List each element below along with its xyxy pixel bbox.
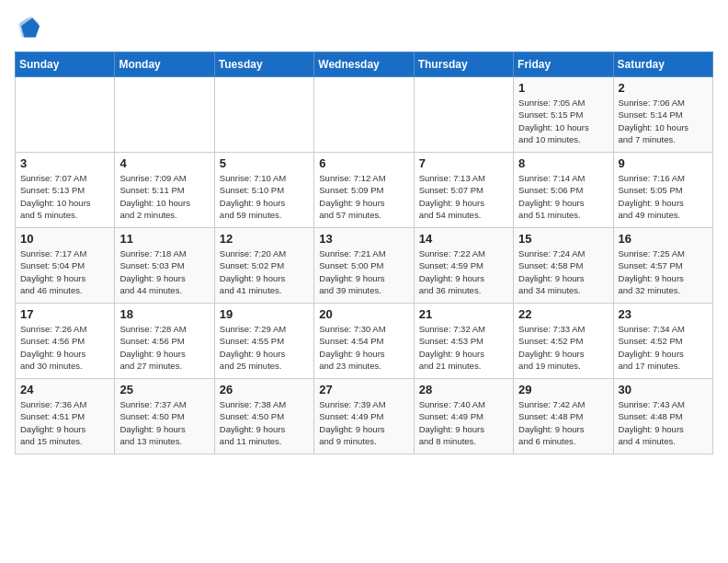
day-number: 19 [220,307,309,321]
day-number: 21 [419,307,508,321]
day-number: 15 [518,232,608,246]
day-number: 8 [518,156,608,170]
day-info: Sunrise: 7:05 AM Sunset: 5:15 PM Dayligh… [518,97,608,145]
day-info: Sunrise: 7:16 AM Sunset: 5:05 PM Dayligh… [619,172,708,221]
day-info: Sunrise: 7:25 AM Sunset: 4:57 PM Dayligh… [619,247,708,296]
day-number: 20 [319,307,408,321]
calendar-cell: 6Sunrise: 7:12 AM Sunset: 5:09 PM Daylig… [314,153,414,228]
day-info: Sunrise: 7:18 AM Sunset: 5:03 PM Dayligh… [119,247,209,296]
day-info: Sunrise: 7:09 AM Sunset: 5:11 PM Dayligh… [119,172,209,221]
day-number: 23 [619,307,708,321]
calendar-cell: 26Sunrise: 7:38 AM Sunset: 4:50 PM Dayli… [214,379,313,454]
calendar-cell: 23Sunrise: 7:34 AM Sunset: 4:52 PM Dayli… [613,304,712,379]
day-number: 27 [319,383,408,396]
calendar-cell: 29Sunrise: 7:42 AM Sunset: 4:48 PM Dayli… [514,379,613,454]
day-number: 13 [319,232,408,246]
day-info: Sunrise: 7:07 AM Sunset: 5:13 PM Dayligh… [20,172,109,221]
header [15,15,713,40]
calendar-cell [214,77,313,153]
day-info: Sunrise: 7:39 AM Sunset: 4:49 PM Dayligh… [319,398,408,447]
day-number: 14 [419,232,508,246]
day-number: 29 [518,383,608,396]
calendar-week-1: 1Sunrise: 7:05 AM Sunset: 5:15 PM Daylig… [16,77,713,153]
weekday-header-monday: Monday [115,52,214,77]
calendar-table: SundayMondayTuesdayWednesdayThursdayFrid… [15,52,713,454]
weekday-header-thursday: Thursday [414,52,513,77]
day-info: Sunrise: 7:37 AM Sunset: 4:50 PM Dayligh… [119,398,209,447]
day-number: 24 [20,383,109,396]
calendar-cell: 24Sunrise: 7:36 AM Sunset: 4:51 PM Dayli… [16,379,115,454]
day-info: Sunrise: 7:43 AM Sunset: 4:48 PM Dayligh… [619,398,708,447]
calendar-cell: 12Sunrise: 7:20 AM Sunset: 5:02 PM Dayli… [214,228,313,304]
calendar-cell [414,77,513,153]
day-number: 3 [20,156,109,170]
logo-icon [15,15,40,40]
calendar-cell [16,77,115,153]
calendar-cell: 10Sunrise: 7:17 AM Sunset: 5:04 PM Dayli… [16,228,115,304]
day-number: 17 [20,307,109,321]
calendar-cell: 4Sunrise: 7:09 AM Sunset: 5:11 PM Daylig… [115,153,214,228]
day-info: Sunrise: 7:22 AM Sunset: 4:59 PM Dayligh… [419,247,508,296]
day-number: 7 [419,156,508,170]
calendar-cell: 5Sunrise: 7:10 AM Sunset: 5:10 PM Daylig… [214,153,313,228]
weekday-header-sunday: Sunday [16,52,115,77]
calendar-cell: 18Sunrise: 7:28 AM Sunset: 4:56 PM Dayli… [115,304,214,379]
calendar-header: SundayMondayTuesdayWednesdayThursdayFrid… [16,52,713,77]
weekday-header-saturday: Saturday [613,52,712,77]
day-info: Sunrise: 7:42 AM Sunset: 4:48 PM Dayligh… [518,398,608,447]
calendar-cell: 8Sunrise: 7:14 AM Sunset: 5:06 PM Daylig… [514,153,613,228]
day-number: 16 [619,232,708,246]
calendar-cell: 30Sunrise: 7:43 AM Sunset: 4:48 PM Dayli… [613,379,712,454]
logo [15,15,42,40]
day-info: Sunrise: 7:29 AM Sunset: 4:55 PM Dayligh… [220,323,309,372]
calendar-cell: 25Sunrise: 7:37 AM Sunset: 4:50 PM Dayli… [115,379,214,454]
weekday-header-wednesday: Wednesday [314,52,414,77]
day-number: 1 [518,81,608,95]
day-info: Sunrise: 7:40 AM Sunset: 4:49 PM Dayligh… [419,398,508,447]
day-info: Sunrise: 7:12 AM Sunset: 5:09 PM Dayligh… [319,172,408,221]
calendar-cell: 16Sunrise: 7:25 AM Sunset: 4:57 PM Dayli… [613,228,712,304]
calendar-week-2: 3Sunrise: 7:07 AM Sunset: 5:13 PM Daylig… [16,153,713,228]
calendar-cell: 28Sunrise: 7:40 AM Sunset: 4:49 PM Dayli… [414,379,513,454]
weekday-header-tuesday: Tuesday [214,52,313,77]
day-info: Sunrise: 7:30 AM Sunset: 4:54 PM Dayligh… [319,323,408,372]
day-number: 10 [20,232,109,246]
day-info: Sunrise: 7:20 AM Sunset: 5:02 PM Dayligh… [220,247,309,296]
day-number: 22 [518,307,608,321]
calendar-week-3: 10Sunrise: 7:17 AM Sunset: 5:04 PM Dayli… [16,228,713,304]
day-info: Sunrise: 7:36 AM Sunset: 4:51 PM Dayligh… [20,398,109,447]
calendar-cell: 1Sunrise: 7:05 AM Sunset: 5:15 PM Daylig… [514,77,613,153]
day-number: 26 [220,383,309,396]
day-number: 28 [419,383,508,396]
calendar-week-5: 24Sunrise: 7:36 AM Sunset: 4:51 PM Dayli… [16,379,713,454]
day-number: 11 [119,232,209,246]
calendar-cell: 7Sunrise: 7:13 AM Sunset: 5:07 PM Daylig… [414,153,513,228]
day-info: Sunrise: 7:13 AM Sunset: 5:07 PM Dayligh… [419,172,508,221]
day-number: 18 [119,307,209,321]
calendar-cell: 13Sunrise: 7:21 AM Sunset: 5:00 PM Dayli… [314,228,414,304]
day-info: Sunrise: 7:33 AM Sunset: 4:52 PM Dayligh… [518,323,608,372]
calendar-cell: 19Sunrise: 7:29 AM Sunset: 4:55 PM Dayli… [214,304,313,379]
day-number: 6 [319,156,408,170]
day-number: 4 [119,156,209,170]
day-info: Sunrise: 7:17 AM Sunset: 5:04 PM Dayligh… [20,247,109,296]
calendar-cell: 27Sunrise: 7:39 AM Sunset: 4:49 PM Dayli… [314,379,414,454]
calendar-cell: 11Sunrise: 7:18 AM Sunset: 5:03 PM Dayli… [115,228,214,304]
day-info: Sunrise: 7:14 AM Sunset: 5:06 PM Dayligh… [518,172,608,221]
day-info: Sunrise: 7:38 AM Sunset: 4:50 PM Dayligh… [220,398,309,447]
day-info: Sunrise: 7:06 AM Sunset: 5:14 PM Dayligh… [619,97,708,145]
calendar-cell: 22Sunrise: 7:33 AM Sunset: 4:52 PM Dayli… [514,304,613,379]
calendar-cell [115,77,214,153]
calendar-cell: 2Sunrise: 7:06 AM Sunset: 5:14 PM Daylig… [613,77,712,153]
day-number: 25 [119,383,209,396]
calendar-cell: 17Sunrise: 7:26 AM Sunset: 4:56 PM Dayli… [16,304,115,379]
day-info: Sunrise: 7:34 AM Sunset: 4:52 PM Dayligh… [619,323,708,372]
calendar-cell: 3Sunrise: 7:07 AM Sunset: 5:13 PM Daylig… [16,153,115,228]
day-info: Sunrise: 7:10 AM Sunset: 5:10 PM Dayligh… [220,172,309,221]
day-info: Sunrise: 7:32 AM Sunset: 4:53 PM Dayligh… [419,323,508,372]
day-number: 5 [220,156,309,170]
calendar-cell: 15Sunrise: 7:24 AM Sunset: 4:58 PM Dayli… [514,228,613,304]
calendar-cell: 20Sunrise: 7:30 AM Sunset: 4:54 PM Dayli… [314,304,414,379]
calendar-cell: 14Sunrise: 7:22 AM Sunset: 4:59 PM Dayli… [414,228,513,304]
day-number: 9 [619,156,708,170]
